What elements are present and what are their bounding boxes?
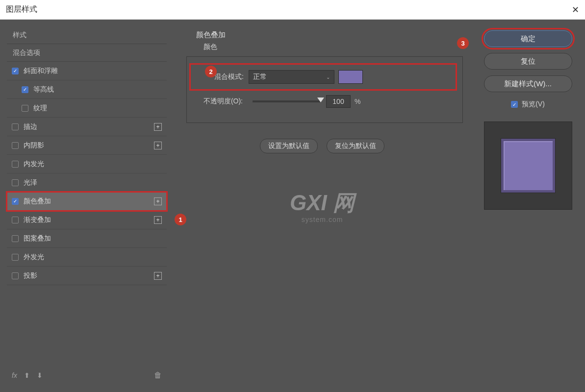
close-button[interactable]: ✕	[565, 0, 585, 20]
style-pattern-overlay[interactable]: 图案叠加	[7, 229, 167, 248]
style-inner-shadow[interactable]: 内阴影 +	[7, 136, 167, 155]
preview-swatch	[501, 139, 555, 193]
style-inner-glow[interactable]: 内发光	[7, 155, 167, 173]
opacity-unit: %	[355, 98, 360, 105]
options-box: 混合模式: 正常 ⌄ 不透明度(O): 100 %	[186, 56, 463, 123]
blend-mode-dropdown[interactable]: 正常 ⌄	[249, 70, 334, 84]
checkbox-inner-glow[interactable]	[12, 161, 19, 168]
opacity-slider[interactable]	[253, 100, 321, 102]
color-swatch[interactable]	[338, 70, 363, 84]
watermark: GXI 网 system.com	[290, 189, 355, 223]
opacity-label: 不透明度(O):	[194, 97, 243, 106]
style-satin[interactable]: 光泽	[7, 173, 167, 192]
add-icon[interactable]: +	[154, 216, 162, 224]
add-icon[interactable]: +	[154, 123, 162, 131]
fx-icon[interactable]: fx	[12, 371, 17, 379]
style-texture[interactable]: 纹理	[7, 99, 167, 118]
set-default-button[interactable]: 设置为默认值	[260, 139, 318, 153]
slider-thumb[interactable]	[317, 98, 324, 102]
style-label: 投影	[24, 271, 37, 280]
preview-label: 预览(V)	[522, 100, 545, 109]
style-label: 纹理	[33, 104, 47, 113]
checkbox-inner-shadow[interactable]	[12, 142, 19, 149]
blend-mode-value: 正常	[253, 73, 267, 81]
ok-button[interactable]: 确定	[484, 30, 572, 47]
checkbox-contour[interactable]: ✓	[22, 86, 28, 93]
new-style-button[interactable]: 新建样式(W)...	[484, 75, 572, 92]
reset-default-button[interactable]: 复位为默认值	[327, 139, 384, 153]
style-label: 图案叠加	[24, 234, 51, 243]
blend-mode-row: 混合模式: 正常 ⌄	[191, 65, 456, 89]
close-icon: ✕	[572, 4, 579, 15]
down-arrow-icon[interactable]: ⬇	[37, 371, 43, 379]
add-icon[interactable]: +	[154, 197, 162, 205]
titlebar: 图层样式 ✕	[0, 0, 585, 20]
checkbox-satin[interactable]	[12, 179, 19, 186]
style-contour[interactable]: ✓ 等高线	[7, 80, 167, 99]
up-arrow-icon[interactable]: ⬆	[24, 371, 30, 379]
opacity-row: 不透明度(O): 100 %	[194, 93, 456, 110]
annotation-marker-3: 3	[457, 37, 469, 49]
checkbox-stroke[interactable]	[12, 123, 19, 130]
style-label: 渐变叠加	[24, 216, 51, 224]
section-subtitle: 颜色	[203, 43, 463, 51]
chevron-down-icon: ⌄	[326, 74, 330, 80]
style-gradient-overlay[interactable]: 渐变叠加 +	[7, 211, 167, 229]
style-label: 内阴影	[24, 141, 44, 150]
section-title: 颜色叠加	[196, 30, 463, 40]
checkbox-texture[interactable]	[22, 105, 28, 112]
style-label: 光泽	[24, 178, 37, 187]
styles-sidebar: 样式 混合选项 ✓ 斜面和浮雕 ✓ 等高线 纹理 描边 +	[7, 26, 167, 385]
annotation-marker-1: 1	[175, 214, 186, 225]
style-label: 描边	[24, 122, 37, 131]
preview-box	[484, 122, 572, 210]
styles-header-label: 样式	[13, 31, 26, 40]
checkbox-drop-shadow[interactable]	[12, 272, 19, 279]
style-drop-shadow[interactable]: 投影 +	[7, 267, 167, 285]
add-icon[interactable]: +	[154, 142, 162, 149]
action-panel: 确定 复位 新建样式(W)... ✓ 预览(V)	[478, 26, 578, 385]
checkbox-color-overlay[interactable]: ✓	[12, 198, 19, 205]
options-panel: 颜色叠加 颜色 混合模式: 正常 ⌄ 不透明度(O): 100 %	[172, 26, 473, 385]
style-label: 外发光	[24, 253, 44, 262]
blend-options-label: 混合选项	[13, 49, 40, 57]
blend-options-header[interactable]: 混合选项	[7, 44, 167, 62]
sidebar-footer: fx ⬆ ⬇ 🗑	[7, 366, 167, 385]
add-icon[interactable]: +	[154, 272, 162, 280]
dialog-body: 样式 混合选项 ✓ 斜面和浮雕 ✓ 等高线 纹理 描边 +	[0, 20, 585, 392]
style-bevel-emboss[interactable]: ✓ 斜面和浮雕	[7, 62, 167, 80]
preview-toggle[interactable]: ✓ 预览(V)	[511, 100, 545, 109]
annotation-marker-2: 2	[205, 66, 217, 77]
checkbox-bevel[interactable]: ✓	[12, 68, 19, 74]
window-title: 图层样式	[6, 4, 37, 15]
checkbox-gradient-overlay[interactable]	[12, 217, 19, 223]
opacity-value[interactable]: 100	[326, 95, 351, 108]
style-label: 等高线	[33, 85, 54, 94]
style-color-overlay[interactable]: ✓ 颜色叠加 +	[7, 192, 167, 211]
style-stroke[interactable]: 描边 +	[7, 118, 167, 136]
checkbox-outer-glow[interactable]	[12, 254, 19, 261]
watermark-small: system.com	[290, 216, 355, 223]
watermark-big: GXI 网	[290, 189, 355, 218]
style-label: 斜面和浮雕	[24, 67, 58, 75]
style-label: 颜色叠加	[24, 197, 51, 206]
style-label: 内发光	[24, 160, 44, 169]
blend-mode-label: 混合模式:	[195, 73, 244, 81]
trash-icon[interactable]: 🗑	[154, 371, 162, 380]
styles-header[interactable]: 样式	[7, 26, 167, 44]
style-outer-glow[interactable]: 外发光	[7, 248, 167, 267]
styles-list: 样式 混合选项 ✓ 斜面和浮雕 ✓ 等高线 纹理 描边 +	[7, 26, 167, 366]
default-buttons: 设置为默认值 复位为默认值	[181, 139, 463, 153]
checkbox-preview[interactable]: ✓	[511, 101, 518, 108]
checkbox-pattern-overlay[interactable]	[12, 235, 19, 242]
cancel-button[interactable]: 复位	[484, 53, 572, 70]
